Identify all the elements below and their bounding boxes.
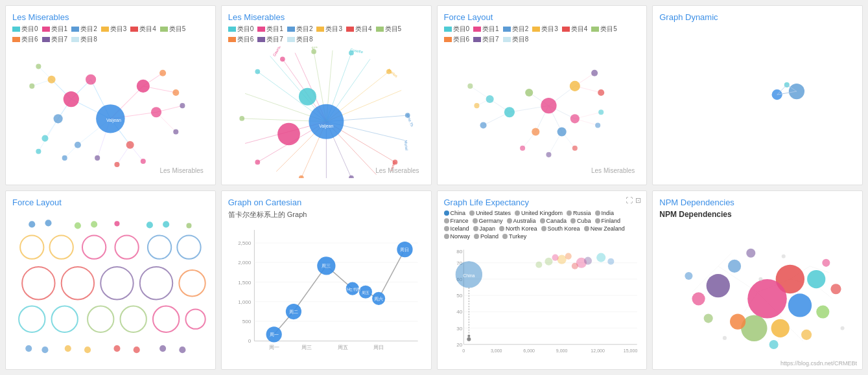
svg-text:周二: 周二	[289, 310, 298, 314]
svg-line-239	[692, 279, 705, 292]
svg-point-25	[151, 107, 161, 117]
legend-color	[71, 37, 79, 42]
svg-point-159	[159, 345, 166, 352]
svg-point-31	[172, 89, 179, 96]
svg-point-24	[137, 80, 150, 93]
legend-color	[257, 27, 265, 32]
svg-point-219	[583, 256, 591, 264]
card-force-layout-1: Force Layout 类目0 类目1 类目2 类目3 类目4 类目5 类目6…	[437, 5, 648, 185]
legend-color	[71, 27, 79, 32]
legend-skorea: South Korea	[541, 225, 580, 232]
network-svg-3	[444, 47, 640, 178]
svg-point-261	[782, 254, 786, 258]
card-title-1: Les Miserables	[12, 12, 209, 22]
card-title-2: Les Miserables	[228, 12, 425, 22]
card-title-4: Graph Dynamic	[659, 12, 856, 22]
chart-area-3: Les Miserables	[444, 47, 640, 178]
legend-color	[130, 27, 138, 32]
legend-color	[591, 27, 599, 32]
svg-point-108	[504, 107, 514, 117]
life-legend: China United States United Kingdom Russi…	[444, 210, 640, 240]
svg-text:12,000: 12,000	[591, 348, 605, 352]
svg-text:Enjolras: Enjolras	[311, 47, 324, 51]
resize-icon[interactable]: ⛶	[626, 196, 633, 205]
svg-point-250	[816, 305, 829, 318]
legend-norway: Norway	[444, 233, 471, 240]
svg-point-29	[29, 84, 34, 89]
legend-item: 类目4	[130, 25, 156, 34]
svg-point-257	[746, 248, 755, 257]
svg-text:2,000: 2,000	[238, 260, 252, 266]
svg-point-262	[723, 335, 727, 339]
svg-point-133	[147, 222, 153, 228]
chart-area-5	[12, 210, 209, 363]
svg-point-32	[180, 103, 185, 108]
svg-text:周五: 周五	[362, 290, 369, 294]
legend-item: 类目5	[376, 25, 402, 34]
svg-point-30	[159, 70, 166, 76]
svg-point-135	[186, 223, 191, 228]
svg-point-258	[823, 258, 830, 266]
svg-text:80: 80	[456, 248, 462, 254]
svg-point-67	[299, 88, 316, 106]
cartesian-svg: 0 500 1,000 1,500 2,000 2,500 周一 周三 周五 周…	[228, 221, 425, 363]
svg-point-105	[569, 81, 580, 91]
legend-color	[316, 27, 324, 32]
svg-text:40: 40	[456, 309, 462, 315]
chart-area-8	[659, 222, 856, 363]
legend-poland: Poland	[474, 233, 499, 240]
svg-point-260	[759, 277, 763, 281]
legend-item: 类目7	[42, 35, 68, 44]
legend-item: 类目7	[257, 35, 283, 44]
card-les-miserables-2: Les Miserables 类目0 类目1 类目2 类目3 类目4 类目5 类…	[221, 5, 432, 185]
svg-point-254	[769, 339, 779, 348]
main-grid: Les Miserables 类目0 类目1 类目2 类目3 类目4 类目5 类…	[0, 0, 868, 375]
dynamic-svg	[659, 25, 856, 178]
svg-point-120	[595, 122, 600, 128]
svg-point-75	[299, 176, 304, 178]
chart-area-1: Valjean Les Miserables	[12, 47, 209, 178]
svg-point-156	[84, 347, 91, 353]
legend-canada: Canada	[540, 218, 567, 224]
legend-item: 类目1	[473, 25, 499, 34]
svg-text:0: 0	[248, 338, 252, 344]
svg-text:9,000: 9,000	[556, 348, 567, 352]
svg-point-33	[173, 129, 178, 134]
svg-point-144	[100, 266, 133, 299]
svg-point-123	[789, 84, 804, 99]
legend-india: India	[595, 210, 615, 216]
legend-item: 类目8	[287, 35, 313, 44]
fullscreen-icon[interactable]: ⊡	[635, 196, 641, 205]
legend-germany: Germany	[473, 218, 503, 224]
legend-color	[503, 27, 511, 32]
svg-point-155	[65, 345, 71, 352]
legend-color	[532, 27, 540, 32]
legend-china: China	[444, 210, 466, 216]
svg-point-23	[86, 74, 96, 85]
legend-2: 类目0 类目1 类目2 类目3 类目4 类目5 类目6 类目7 类目8	[228, 25, 425, 44]
svg-point-220	[565, 253, 571, 259]
legend-finland: Finland	[595, 218, 621, 224]
svg-point-115	[467, 84, 473, 89]
svg-text:周三: 周三	[301, 344, 312, 350]
legend-color	[287, 27, 295, 32]
legend-item: 类目6	[12, 35, 38, 44]
svg-point-41	[95, 155, 100, 161]
legend-item: 类目7	[473, 35, 499, 44]
svg-point-130	[75, 222, 81, 229]
svg-text:Muriel: Muriel	[404, 140, 408, 150]
svg-point-113	[486, 95, 493, 103]
npm-subtitle: NPM Dependencies	[659, 210, 856, 219]
card-les-miserables-1: Les Miserables 类目0 类目1 类目2 类目3 类目4 类目5 类…	[5, 5, 216, 185]
svg-point-223	[535, 261, 542, 267]
legend-item: 类目0	[444, 25, 470, 34]
card-npm-dependencies: NPM Dependencies NPM Dependencies	[652, 190, 863, 370]
svg-point-118	[546, 152, 551, 157]
card-force-layout-2: Force Layout	[5, 190, 216, 370]
legend-color	[12, 27, 20, 32]
svg-point-263	[841, 326, 845, 330]
svg-point-131	[91, 221, 97, 227]
svg-point-39	[75, 142, 81, 148]
svg-point-114	[480, 122, 486, 128]
legend-color	[287, 37, 295, 42]
